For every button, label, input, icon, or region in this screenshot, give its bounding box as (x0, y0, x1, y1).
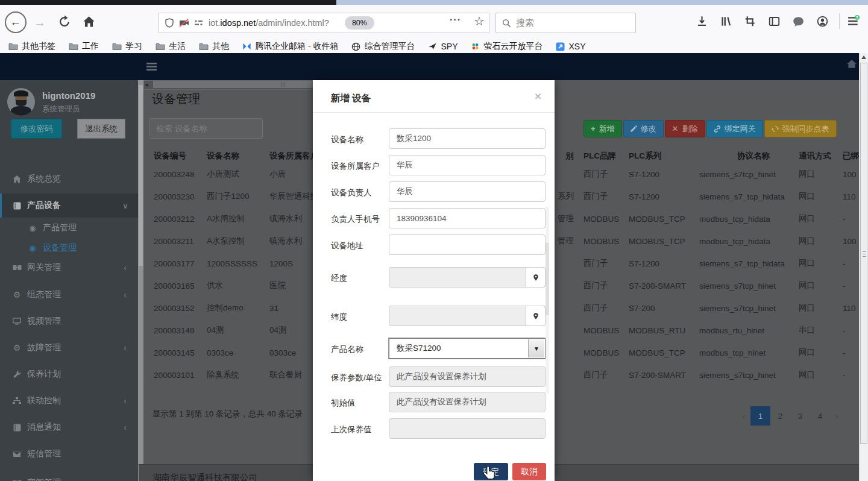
sidebar-item-configuration[interactable]: ⚙ 组态管理 ‹ (0, 283, 139, 307)
page-3[interactable]: 3 (790, 406, 810, 426)
field-label: 设备负责人 (331, 187, 372, 198)
bookmark-folder[interactable]: 工作 (69, 41, 99, 52)
sidebar-collapse-icon[interactable] (146, 62, 157, 71)
bookmark-folder[interactable]: 学习 (112, 41, 142, 52)
page-4[interactable]: 4 (810, 406, 830, 426)
product-name-select[interactable]: 数采S71200 ▼ (389, 338, 546, 359)
delete-button[interactable]: ✕删除 (665, 120, 705, 137)
page-next[interactable]: › (830, 406, 843, 426)
library-icon[interactable] (720, 16, 732, 27)
account-icon[interactable] (817, 16, 828, 27)
page-prev[interactable]: ‹ (737, 406, 750, 426)
sidebar-scrollbar[interactable] (138, 80, 143, 481)
col-header[interactable]: 已绑 (843, 151, 859, 162)
sidebar-item-gateway[interactable]: 网关管理 ‹ (0, 256, 139, 280)
plus-icon: + (591, 124, 596, 133)
device-address-input[interactable] (389, 234, 546, 255)
page-1[interactable]: 1 (750, 406, 770, 426)
globe-icon (351, 42, 360, 51)
permissions-icon[interactable] (194, 19, 203, 27)
change-password-button[interactable]: 修改密码 (11, 119, 62, 139)
bookmark-ezviz[interactable]: 萤石云开放平台 (471, 41, 542, 52)
sidebar-item-space[interactable]: 空间管理 (0, 471, 139, 481)
camera-blocked-icon[interactable] (179, 19, 189, 27)
sitemap-icon (12, 397, 22, 404)
scroll-left-arrow-icon[interactable]: ◂ (145, 81, 148, 89)
table-cell: MODBUS_RTU (629, 325, 685, 335)
bookmark-xsy[interactable]: XSY (556, 42, 585, 51)
bookmark-folder[interactable]: 其他书签 (8, 41, 55, 52)
sidebar-item-sms[interactable]: 短信管理 (0, 442, 139, 466)
close-icon[interactable]: × (535, 90, 541, 103)
table-cell: 网口 (799, 347, 815, 358)
edit-button[interactable]: 修改 (623, 120, 664, 137)
add-button[interactable]: +新增 (583, 120, 622, 137)
table-cell: S7-1200 (629, 169, 659, 178)
owner-phone-input[interactable] (389, 208, 546, 228)
messages-icon[interactable] (793, 16, 804, 27)
vscroll-thumb[interactable] (860, 63, 867, 444)
field-label: 保养参数/单位 (331, 373, 382, 383)
sidebar-item-overview[interactable]: 系统总览 (0, 167, 139, 191)
sidebar-item-maintenance[interactable]: 保养计划 (0, 362, 139, 386)
logout-button[interactable]: 退出系统 (77, 119, 125, 139)
sidebar-item-notifications[interactable]: 消息通知 ‹ (0, 415, 139, 439)
cancel-button[interactable]: 取消 (512, 463, 546, 480)
device-search-input[interactable] (149, 118, 263, 139)
browser-search-box[interactable]: 搜索 (495, 13, 636, 33)
col-header[interactable]: 通讯方式 (799, 151, 831, 162)
table-cell: 200003149 (154, 325, 195, 335)
device-customer-input[interactable] (389, 155, 546, 175)
bookmark-tencent-mail[interactable]: 腾讯企业邮箱 - 收件箱 (242, 41, 338, 52)
shield-icon[interactable] (165, 18, 174, 28)
col-header[interactable]: 别 (566, 151, 574, 162)
chevron-left-icon: ‹ (124, 343, 127, 353)
col-header[interactable]: 设备编号 (154, 151, 186, 162)
latitude-map-pin-button[interactable] (526, 306, 546, 326)
bookmark-folder[interactable]: 其他 (199, 41, 229, 52)
bookmark-mgmt-platform[interactable]: 综合管理平台 (351, 41, 415, 52)
home-button[interactable] (83, 16, 95, 28)
search-placeholder: 搜索 (516, 17, 534, 29)
modal-scrollbar[interactable] (546, 207, 549, 394)
sidebar-item-video[interactable]: 视频管理 (0, 309, 139, 333)
sidebar-toggle-icon[interactable] (769, 16, 780, 27)
page-title: 设备管理 (152, 91, 200, 107)
page-actions-icon[interactable]: ··· (450, 14, 461, 25)
page-2[interactable]: 2 (770, 406, 790, 426)
device-name-input[interactable] (389, 128, 546, 149)
table-cell: MODBUS_TCP (629, 236, 685, 245)
table-cell: 西门子 (583, 280, 608, 291)
table-cell: 200003145 (154, 348, 195, 357)
menu-hamburger-icon[interactable] (848, 15, 860, 27)
col-header[interactable]: 设备名称 (207, 151, 239, 162)
forward-button[interactable]: → (34, 16, 46, 30)
bookmark-folder[interactable]: 生活 (156, 41, 186, 52)
longitude-map-pin-button[interactable] (526, 267, 546, 288)
bookmark-star-icon[interactable]: ☆ (474, 14, 485, 28)
reload-button[interactable] (58, 15, 71, 28)
sync-button[interactable]: 强制同步点表 (764, 120, 837, 137)
app-home-icon[interactable] (846, 59, 857, 69)
bookmark-spy[interactable]: SPY (428, 42, 458, 51)
browser-vertical-scrollbar[interactable] (859, 53, 868, 481)
col-header[interactable]: PLC品牌 (583, 151, 616, 162)
bind-gateway-button[interactable]: 绑定网关 (706, 120, 763, 137)
url-bar[interactable]: iot.idosp.net/admin/index.html? 80% (158, 13, 489, 33)
sidebar-item-linkage[interactable]: 联动控制 ‹ (0, 389, 139, 413)
screenshot-icon[interactable] (744, 16, 756, 27)
home-icon (12, 175, 22, 183)
col-header[interactable]: PLC系列 (629, 151, 661, 162)
table-cell: siemens_s7tcp_hinet (699, 370, 776, 379)
device-owner-input[interactable] (389, 181, 546, 202)
back-button[interactable]: ← (5, 11, 27, 33)
downloads-icon[interactable] (696, 16, 708, 27)
url-text[interactable]: iot.idosp.net/admin/index.html? (209, 18, 329, 28)
zoom-level-badge[interactable]: 80% (345, 16, 374, 30)
sidebar-item-products-devices[interactable]: 产品设备 ∨ (0, 193, 139, 218)
col-header[interactable]: 协议名称 (699, 151, 808, 162)
search-icon (502, 19, 511, 28)
scroll-up-arrow-icon[interactable] (861, 55, 866, 59)
sidebar-item-fault[interactable]: ⚙ 故障管理 ‹ (0, 336, 139, 360)
bullseye-icon: ◉ (28, 244, 37, 253)
